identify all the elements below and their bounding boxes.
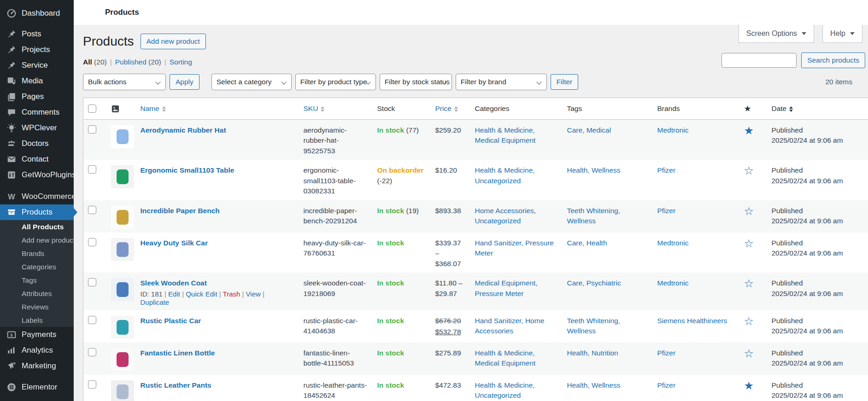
select-a-category-select[interactable]: Select a category — [211, 74, 292, 90]
row-checkbox[interactable] — [88, 238, 96, 246]
product-brands-links[interactable]: Pfizer — [653, 200, 739, 232]
featured-star-toggle[interactable]: ☆ — [744, 205, 754, 217]
sidebar-item-marketing[interactable]: Marketing — [0, 358, 74, 374]
select-all-checkbox[interactable] — [88, 105, 96, 113]
sidebar-item-getwooplugins[interactable]: GetWooPlugins — [0, 167, 74, 183]
product-tags-links[interactable]: Care, Health — [563, 232, 653, 273]
sidebar-item-dashboard[interactable]: Dashboard — [0, 6, 74, 21]
sidebar-item-payments[interactable]: $Payments — [0, 327, 74, 343]
row-action-quick-edit[interactable]: Quick Edit — [186, 290, 217, 298]
sidebar-item-products[interactable]: Products — [0, 204, 74, 220]
sidebar-item-projects[interactable]: Projects — [0, 42, 74, 58]
product-categories-links[interactable]: Medical Equipment, Pressure Meter — [470, 273, 563, 310]
submenu-item-add-new-product[interactable]: Add new product — [0, 233, 74, 247]
product-thumbnail[interactable] — [111, 125, 134, 148]
product-name-link[interactable]: Aerodynamic Rubber Hat — [141, 126, 226, 134]
product-thumbnail[interactable] — [111, 238, 134, 261]
product-brands-links[interactable]: Pfizer — [653, 375, 739, 401]
product-categories-links[interactable]: Home Accessories, Uncategorized — [470, 200, 563, 232]
filter-by-brand-select[interactable]: Filter by brand — [456, 74, 547, 90]
product-thumbnail[interactable] — [111, 206, 134, 229]
sidebar-item-contact[interactable]: Contact — [0, 151, 74, 167]
product-tags-links[interactable]: Teeth Whitening, Wellness — [563, 200, 653, 232]
filter-button[interactable]: Filter — [551, 74, 578, 90]
search-products-button[interactable]: Search products — [801, 52, 865, 68]
row-checkbox[interactable] — [88, 278, 96, 286]
product-name-link[interactable]: Rustic Plastic Car — [141, 317, 201, 325]
screen-options-button[interactable]: Screen Options — [739, 25, 814, 43]
product-brands-links[interactable]: Medtronic — [653, 232, 739, 273]
row-action-trash[interactable]: Trash — [223, 290, 240, 298]
product-name-link[interactable]: Heavy Duty Silk Car — [141, 239, 208, 247]
view-published[interactable]: Published (20) — [115, 58, 161, 66]
view-sorting[interactable]: Sorting — [170, 58, 192, 66]
sidebar-item-posts[interactable]: Posts — [0, 26, 74, 42]
row-checkbox[interactable] — [88, 206, 96, 214]
product-categories-links[interactable]: Health & Medicine, Medical Equipment — [470, 120, 563, 160]
product-categories-links[interactable]: Health & Medicine, Uncategorized — [470, 375, 563, 401]
product-tags-links[interactable]: Teeth Whitening, Wellness — [563, 310, 653, 343]
sidebar-item-doctors[interactable]: Doctors — [0, 136, 74, 151]
product-thumbnail[interactable] — [111, 380, 134, 401]
add-new-product-button[interactable]: Add new product — [141, 34, 206, 49]
product-categories-links[interactable]: Health & Medicine, Medical Equipment — [470, 343, 563, 375]
featured-star-toggle[interactable]: ☆ — [744, 347, 754, 360]
featured-star-toggle[interactable]: ☆ — [744, 237, 754, 250]
sidebar-item-media[interactable]: Media — [0, 73, 74, 89]
submenu-item-reviews[interactable]: Reviews — [0, 300, 74, 314]
sidebar-item-woocommerce[interactable]: WWooCommerce — [0, 189, 74, 204]
row-action-edit[interactable]: Edit — [168, 290, 180, 298]
product-thumbnail[interactable] — [111, 165, 134, 188]
row-checkbox[interactable] — [88, 165, 96, 174]
product-thumbnail[interactable] — [111, 348, 134, 371]
product-categories-links[interactable]: Health & Medicine, Uncategorized — [470, 160, 563, 200]
product-name-link[interactable]: Sleek Wooden Coat — [141, 279, 207, 287]
column-header-sku[interactable]: SKU — [299, 98, 373, 120]
help-button[interactable]: Help — [822, 25, 862, 43]
row-action-duplicate[interactable]: Duplicate — [141, 298, 170, 306]
product-thumbnail[interactable] — [111, 278, 134, 301]
sidebar-item-pages[interactable]: Pages — [0, 89, 74, 105]
search-input[interactable] — [721, 53, 797, 68]
filter-by-product-type-select[interactable]: Filter by product type — [295, 74, 376, 90]
featured-star-toggle[interactable]: ☆ — [744, 315, 754, 327]
product-brands-links[interactable]: Pfizer — [653, 343, 739, 375]
submenu-item-brands[interactable]: Brands — [0, 247, 74, 260]
product-brands-links[interactable]: Siemens Healthineers — [653, 310, 739, 343]
row-checkbox[interactable] — [88, 348, 96, 356]
product-tags-links[interactable]: Care, Medical — [563, 120, 653, 160]
row-checkbox[interactable] — [88, 125, 96, 134]
submenu-item-tags[interactable]: Tags — [0, 273, 74, 287]
sidebar-item-comments[interactable]: Comments — [0, 105, 74, 120]
product-brands-links[interactable]: Medtronic — [653, 273, 739, 310]
column-header-price[interactable]: Price — [431, 98, 470, 120]
product-categories-links[interactable]: Hand Sanitizer, Pressure Meter — [470, 232, 563, 273]
bulk-actions-select[interactable]: Bulk actions — [83, 74, 166, 90]
submenu-item-all-products[interactable]: All Products — [0, 220, 74, 233]
sidebar-item-service[interactable]: Service — [0, 58, 74, 73]
column-header-featured[interactable]: ★ — [739, 98, 767, 120]
row-checkbox[interactable] — [88, 316, 96, 324]
row-action-view[interactable]: View — [246, 290, 261, 298]
featured-star-toggle[interactable]: ☆ — [744, 277, 754, 290]
product-tags-links[interactable]: Care, Psychiatric — [563, 273, 653, 310]
product-categories-links[interactable]: Hand Sanitizer, Home Accessories — [470, 310, 563, 343]
product-brands-links[interactable]: Medtronic — [653, 120, 739, 160]
apply-button[interactable]: Apply — [170, 74, 199, 90]
sidebar-item-wpclever[interactable]: WPClever — [0, 120, 74, 136]
product-brands-links[interactable]: Pfizer — [653, 160, 739, 200]
submenu-item-labels[interactable]: Labels — [0, 314, 74, 327]
product-tags-links[interactable]: Health, Wellness — [563, 160, 653, 200]
product-name-link[interactable]: Ergonomic Small1103 Table — [141, 166, 235, 174]
filter-by-stock-status-select[interactable]: Filter by stock status — [380, 74, 452, 90]
product-tags-links[interactable]: Health, Wellness — [563, 375, 653, 401]
product-thumbnail[interactable] — [111, 316, 134, 339]
featured-star-toggle[interactable]: ☆ — [744, 164, 754, 177]
product-name-link[interactable]: Incredible Paper Bench — [141, 207, 220, 215]
product-tags-links[interactable]: Health, Nutrition — [563, 343, 653, 375]
product-name-link[interactable]: Rustic Leather Pants — [141, 381, 211, 389]
featured-star-toggle[interactable]: ★ — [744, 379, 754, 392]
featured-star-toggle[interactable]: ★ — [744, 124, 754, 137]
sidebar-item-elementor[interactable]: Elementor — [0, 379, 74, 395]
view-all[interactable]: All (20) — [83, 58, 107, 66]
